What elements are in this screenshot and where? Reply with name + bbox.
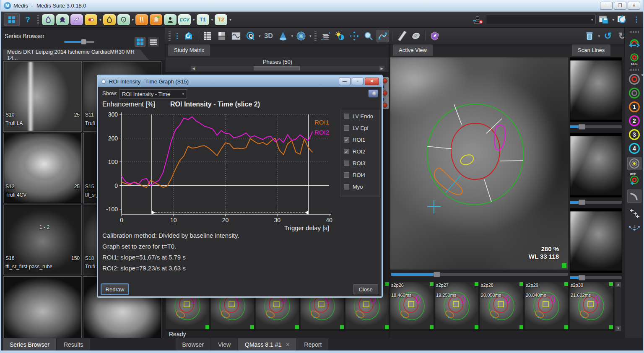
series-marker-icon[interactable] <box>382 78 387 83</box>
scroll-right-icon[interactable]: ▶ <box>379 66 384 71</box>
qpharma-dropdown-icon[interactable]: ▾ <box>99 18 101 22</box>
bullseye-dropdown-icon[interactable]: ▾ <box>309 34 312 38</box>
bullseye-button[interactable] <box>295 30 307 42</box>
filmstrip-button[interactable] <box>216 30 228 42</box>
checkbox-icon[interactable]: ✓ <box>344 149 349 154</box>
help-button[interactable]: ? <box>21 13 34 26</box>
scan-line-slider[interactable] <box>570 124 622 130</box>
series-browser-layout-button[interactable] <box>4 13 20 26</box>
toolbar-grip[interactable] <box>314 31 317 41</box>
qpharma-app-icon[interactable] <box>85 14 97 25</box>
filmstrip-cell[interactable]: s2p2820.050ms <box>480 282 524 330</box>
roi2-button[interactable]: 2 <box>629 115 640 126</box>
minimize-button[interactable]: — <box>600 2 613 10</box>
dialog-minimize-button[interactable]: — <box>339 78 351 85</box>
close-button[interactable]: × <box>628 2 640 10</box>
show-combobox[interactable]: ROI Intensity - Time ▾ <box>119 89 187 99</box>
roi4-button[interactable]: 4 <box>629 143 640 154</box>
scan-line-slider[interactable] <box>570 275 622 280</box>
qheart-app-icon[interactable] <box>117 14 130 25</box>
t2-dropdown-icon[interactable]: ▾ <box>229 18 231 22</box>
tab-browser[interactable]: Browser <box>176 338 210 350</box>
contrast-button[interactable] <box>334 30 346 42</box>
toolbar-grip[interactable] <box>37 15 39 24</box>
delete-button[interactable] <box>583 30 596 42</box>
list-view-button[interactable] <box>148 37 159 47</box>
reg-dropdown-icon[interactable]: ▾ <box>641 73 643 77</box>
tab-report[interactable]: Report <box>297 338 328 350</box>
zoom-button[interactable] <box>362 30 375 42</box>
checkbox-icon[interactable] <box>344 114 349 119</box>
curve-checkbox-row[interactable]: Myo <box>340 181 379 192</box>
roi3-contour[interactable] <box>459 153 475 166</box>
qstack-app-icon[interactable] <box>150 14 162 25</box>
close-dialog-button[interactable]: Close <box>353 284 378 294</box>
curve-checkbox-row[interactable]: ✓ROI2 <box>340 145 379 157</box>
scroll-left-icon[interactable]: ◀ <box>191 66 196 71</box>
scan-line-slider[interactable] <box>570 199 622 205</box>
curve-checkbox-row[interactable]: LV Endo <box>340 110 379 122</box>
scan-line-block[interactable] <box>569 57 623 130</box>
blood-pool-button[interactable] <box>627 157 641 170</box>
qangio-app-icon[interactable] <box>70 14 83 25</box>
curve-checkbox-row[interactable]: ROI4 <box>340 169 379 181</box>
redraw-button[interactable]: Redraw <box>101 284 128 294</box>
undo-button[interactable]: ↺ <box>602 30 614 42</box>
t1-dropdown-icon[interactable]: ▾ <box>211 18 213 22</box>
curve-checkbox-row[interactable]: LV Epi <box>340 122 379 134</box>
t1-app-icon[interactable]: T1 <box>197 14 209 25</box>
pan-button[interactable] <box>348 30 361 42</box>
tab-active-view[interactable]: Active View <box>393 44 433 56</box>
workspace-combobox[interactable]: ▾ <box>486 15 596 24</box>
t2-app-icon[interactable]: T2 <box>215 14 227 25</box>
checkbox-icon[interactable] <box>344 172 349 178</box>
transfer-contours-button[interactable] <box>627 36 641 49</box>
layers-button[interactable] <box>319 30 332 42</box>
grid-view-button[interactable] <box>135 37 145 47</box>
maximize-button[interactable]: ❐ <box>614 2 626 10</box>
checkbox-icon[interactable] <box>344 161 349 166</box>
roi1-button[interactable]: 1 <box>629 101 640 112</box>
curve-checkbox-row[interactable]: ✓ROI1 <box>340 134 379 145</box>
toolbar-grip[interactable] <box>169 31 171 41</box>
roi1-contour[interactable] <box>434 168 462 195</box>
checkbox-icon[interactable]: ✓ <box>344 137 349 143</box>
point-tool-button[interactable] <box>627 206 641 219</box>
series-thumbnail[interactable] <box>3 276 82 338</box>
tab-scan-lines[interactable]: Scan Lines <box>572 44 610 56</box>
scroll-up-icon[interactable]: ▲ <box>615 282 621 287</box>
scan-line-block[interactable] <box>569 133 623 205</box>
qstrain-app-icon[interactable] <box>56 14 69 25</box>
arc-tool-button[interactable] <box>627 189 641 203</box>
epi-contour[interactable] <box>427 104 524 205</box>
phases-scroll-thumb[interactable] <box>254 66 300 70</box>
overflow-menu-button[interactable]: ⋮ <box>630 13 643 26</box>
qflow-app-icon[interactable] <box>135 14 148 25</box>
series-marker-icon[interactable] <box>382 103 387 108</box>
filmstrip-cell[interactable]: s2p2719.250ms <box>435 282 479 330</box>
dialog-snapshot-button[interactable] <box>368 89 378 98</box>
spline-tool-button[interactable] <box>627 222 641 236</box>
3d-button[interactable]: 3D <box>262 30 275 42</box>
checkbox-icon[interactable] <box>344 125 349 131</box>
patient-app-icon[interactable] <box>164 14 177 25</box>
checkbox-icon[interactable] <box>344 184 349 189</box>
cone-dropdown-icon[interactable]: ▾ <box>291 34 293 38</box>
cone-button[interactable] <box>277 30 289 42</box>
series-marker-icon[interactable] <box>382 91 387 96</box>
series-thumbnail[interactable]: S1025Trufi LA <box>3 61 82 132</box>
study-matrix-button[interactable] <box>201 30 214 42</box>
filmstrip-scrollbar[interactable]: ▲ ▼ <box>615 282 621 331</box>
phases-scrollbar[interactable]: ◀ ▶ <box>191 66 384 71</box>
series-thumbnail[interactable]: S16150tfl_sr_first-pass_ruhe1 - 2 <box>3 205 82 275</box>
toolbar-grip[interactable] <box>630 69 639 71</box>
filmstrip-cell[interactable]: s2p3021.602ms <box>569 282 613 330</box>
thumbnail-size-slider[interactable] <box>64 41 94 43</box>
tab-results[interactable]: Results <box>57 338 90 350</box>
signal-graph-button[interactable] <box>230 30 242 42</box>
menu-dots-icon[interactable]: ⋮ <box>174 31 181 40</box>
active-view-viewport[interactable]: 280 % WL 33 118 <box>390 57 568 270</box>
scroll-down-icon[interactable]: ▼ <box>615 326 621 331</box>
dialog-close-button[interactable]: ✕ <box>365 78 379 85</box>
save-layout-button[interactable] <box>597 13 610 26</box>
